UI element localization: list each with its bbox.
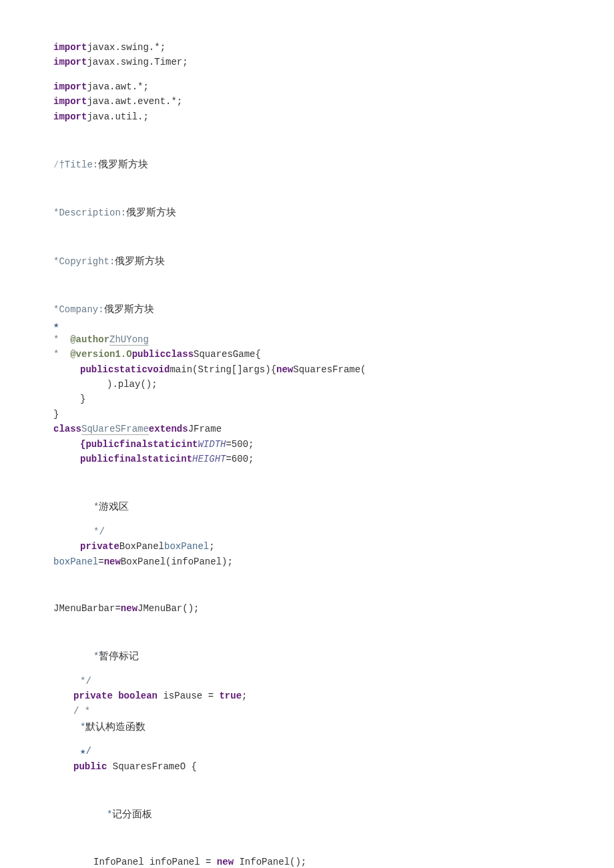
star-icon: ★: [53, 320, 59, 330]
keyword: true: [219, 691, 242, 701]
constant-name: HEIGHT: [192, 454, 226, 464]
code-line: importjava.util.;: [53, 109, 561, 124]
comment-text: */: [93, 526, 105, 537]
keyword: extends: [149, 424, 188, 434]
code-line: importjavax.swing.*;: [53, 40, 561, 55]
comment-line: *Company:俄罗斯方块: [53, 301, 561, 317]
comment-prefix: *Description:: [53, 207, 126, 218]
code-text: javax.swing.Timer;: [87, 57, 188, 67]
comment-line: *暂停标记: [53, 648, 561, 664]
code-line: {publicfinalstaticintWIDTH=500;: [53, 437, 561, 452]
var-name: boxPanel: [53, 556, 98, 567]
comment-prefix: *Copyright:: [53, 256, 115, 267]
code-text: JMenuBarbar=: [53, 603, 121, 614]
code-text: =500;: [226, 439, 254, 450]
keyword: publicfinalstaticint: [80, 454, 192, 464]
keyword: import: [53, 57, 87, 67]
class-name: SqUareSFrame: [81, 424, 149, 435]
code-line: importjava.awt.*;: [53, 79, 561, 94]
comment-prefix: ∕†Title:: [53, 159, 98, 170]
type-name: BoxPanel: [119, 541, 164, 552]
code-text: InfoPanel();: [239, 857, 306, 867]
keyword: public: [73, 761, 113, 772]
code-text: SquaresFrameO {: [113, 761, 197, 772]
comment-cn: 俄罗斯方块: [115, 256, 165, 266]
code-line: importjavax.swing.Timer;: [53, 55, 561, 69]
constant-name: WIDTH: [198, 439, 226, 450]
code-text: ;: [242, 691, 247, 701]
author-link: ZhUYong: [109, 334, 149, 346]
code-line: publicstaticvoidmain(String[]args){newSq…: [53, 362, 561, 377]
keyword: new: [121, 603, 137, 614]
code-text: =600;: [226, 454, 254, 464]
keyword: private: [80, 541, 119, 552]
comment-text: / *: [73, 706, 90, 717]
comment-cn: 俄罗斯方块: [98, 159, 148, 169]
code-text: java.awt.*;: [87, 81, 148, 92]
keyword: {publicfinalstaticint: [80, 439, 198, 450]
code-text: InfoPanel infoPanel =: [93, 857, 217, 867]
keyword: import: [53, 111, 87, 122]
star-icon: ★/: [80, 746, 91, 757]
keyword: class: [53, 424, 81, 434]
comment-line: *记分面板: [53, 806, 561, 822]
bullet: *: [53, 334, 70, 345]
code-text: java.util.;: [87, 111, 148, 122]
star-line: ★: [53, 318, 561, 332]
keyword: new: [104, 556, 121, 567]
keyword: import: [53, 81, 87, 92]
var-name: boxPanel: [164, 541, 209, 552]
code-line: JMenuBarbar=newJMenuBar();: [53, 601, 561, 616]
keyword: publicclass: [132, 349, 194, 360]
code-text: ;: [209, 541, 214, 552]
code-line: InfoPanel infoPanel = new InfoPanel();: [53, 855, 561, 869]
code-text: java.awt.event.*;: [87, 96, 182, 107]
code-line: }: [53, 407, 561, 422]
version-line: * @version1.OpublicclassSquaresGame{: [53, 347, 561, 362]
comment-line: *默认构造函数: [53, 719, 561, 735]
code-line: publicfinalstaticintHEIGHT=600;: [53, 452, 561, 466]
annotation: @version1.O: [70, 349, 131, 360]
code-line: boxPanel=newBoxPanel(infoPanel);: [53, 554, 561, 569]
brace: }: [53, 409, 59, 420]
author-line: * @authorZhUYong: [53, 332, 561, 347]
comment-close: */: [53, 674, 561, 689]
comment-close: */: [53, 524, 561, 539]
comment-cn: 游戏区: [99, 501, 129, 512]
code-text: SquaresGame{: [194, 349, 261, 360]
code-text: JFrame: [188, 424, 222, 434]
comment-cn: 记分面板: [112, 809, 152, 819]
comment-line: ∕†Title:俄罗斯方块: [53, 156, 561, 172]
keyword: import: [53, 96, 87, 107]
keyword: new: [276, 364, 293, 375]
code-line: ).play();: [53, 377, 561, 392]
code-text: main(String[]args){: [170, 364, 276, 375]
brace: }: [80, 394, 85, 404]
code-line: public SquaresFrameO {: [53, 759, 561, 774]
code-text: BoxPanel(infoPanel);: [121, 556, 233, 567]
bullet: *: [53, 349, 70, 360]
code-line: privateBoxPanelboxPanel;: [53, 539, 561, 554]
code-text: =: [208, 691, 220, 701]
code-line: private boolean isPause = true;: [53, 689, 561, 703]
comment-line: *Description:俄罗斯方块: [53, 204, 561, 220]
comment-cn: 俄罗斯方块: [126, 207, 176, 218]
keyword: new: [217, 857, 240, 867]
comment-text: */: [80, 676, 91, 687]
code-line: }: [53, 392, 561, 406]
comment-prefix: *Company:: [53, 304, 104, 315]
keyword: private boolean: [73, 691, 163, 701]
comment-line: *Copyright:俄罗斯方块: [53, 253, 561, 269]
code-text: JMenuBar();: [137, 603, 199, 614]
comment-close: ★/: [53, 744, 561, 759]
code-text: =: [98, 556, 103, 567]
code-text: ).play();: [107, 379, 158, 390]
var-name: isPause: [163, 691, 208, 701]
comment-cn: 默认构造函数: [85, 721, 145, 732]
code-line: importjava.awt.event.*;: [53, 94, 561, 109]
comment-cn: 暂停标记: [99, 650, 139, 661]
comment-line: *游戏区: [53, 498, 561, 514]
keyword: publicstaticvoid: [80, 364, 170, 375]
annotation: @author: [70, 334, 109, 345]
code-text: javax.swing.*;: [87, 42, 166, 53]
